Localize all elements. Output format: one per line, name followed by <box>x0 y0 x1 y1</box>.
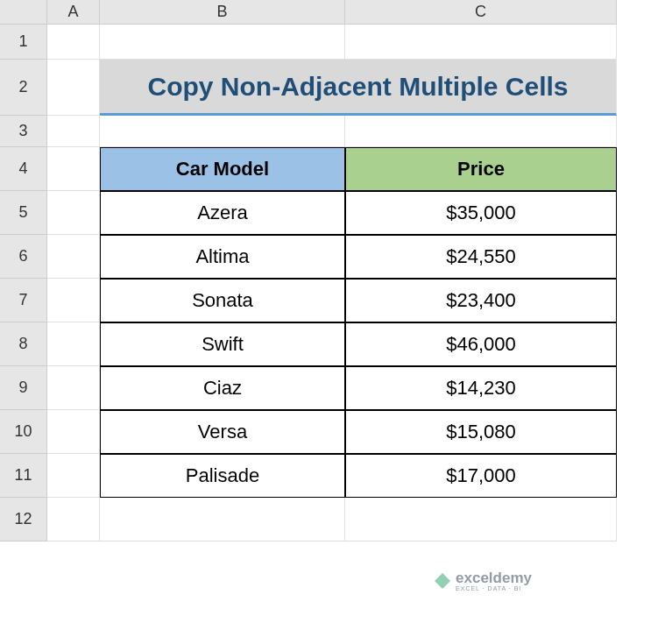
col-header-c[interactable]: C <box>345 0 617 25</box>
cell-a11[interactable] <box>47 454 100 498</box>
watermark-name: exceldemy <box>456 570 532 585</box>
cell-a7[interactable] <box>47 279 100 322</box>
cell-b3[interactable] <box>100 116 345 147</box>
row-header-2[interactable]: 2 <box>0 60 47 116</box>
row-header-12[interactable]: 12 <box>0 498 47 542</box>
cell-a2[interactable] <box>47 60 100 116</box>
row-header-3[interactable]: 3 <box>0 116 47 147</box>
cell-a6[interactable] <box>47 235 100 279</box>
cell-a8[interactable] <box>47 322 100 366</box>
watermark-tagline: EXCEL · DATA · BI <box>456 585 532 591</box>
row-header-5[interactable]: 5 <box>0 191 47 235</box>
table-header-price[interactable]: Price <box>345 147 617 191</box>
row-header-8[interactable]: 8 <box>0 322 47 366</box>
exceldemy-logo-icon <box>435 573 450 589</box>
table-row[interactable]: $23,400 <box>345 279 617 322</box>
col-header-b[interactable]: B <box>100 0 345 25</box>
cell-b1[interactable] <box>100 25 345 60</box>
table-row[interactable]: $17,000 <box>345 454 617 498</box>
cell-a3[interactable] <box>47 116 100 147</box>
cell-a1[interactable] <box>47 25 100 60</box>
cell-b12[interactable] <box>100 498 345 542</box>
table-header-model[interactable]: Car Model <box>100 147 345 191</box>
row-header-4[interactable]: 4 <box>0 147 47 191</box>
table-row[interactable]: Ciaz <box>100 366 345 410</box>
cell-a4[interactable] <box>47 147 100 191</box>
row-header-9[interactable]: 9 <box>0 366 47 410</box>
table-row[interactable]: Versa <box>100 410 345 454</box>
row-header-1[interactable]: 1 <box>0 25 47 60</box>
table-row[interactable]: Swift <box>100 322 345 366</box>
table-row[interactable]: $46,000 <box>345 322 617 366</box>
table-row[interactable]: $14,230 <box>345 366 617 410</box>
table-row[interactable]: Sonata <box>100 279 345 322</box>
cell-a12[interactable] <box>47 498 100 542</box>
table-row[interactable]: Azera <box>100 191 345 235</box>
cell-a5[interactable] <box>47 191 100 235</box>
row-header-11[interactable]: 11 <box>0 454 47 498</box>
spreadsheet-grid: A B C 1 2 Copy Non-Adjacent Multiple Cel… <box>0 0 672 542</box>
page-title[interactable]: Copy Non-Adjacent Multiple Cells <box>100 60 617 116</box>
table-row[interactable]: Palisade <box>100 454 345 498</box>
table-row[interactable]: Altima <box>100 235 345 279</box>
table-row[interactable]: $15,080 <box>345 410 617 454</box>
cell-c12[interactable] <box>345 498 617 542</box>
cell-c1[interactable] <box>345 25 617 60</box>
col-header-a[interactable]: A <box>47 0 100 25</box>
watermark-text-stack: exceldemy EXCEL · DATA · BI <box>456 570 532 591</box>
table-row[interactable]: $24,550 <box>345 235 617 279</box>
row-header-10[interactable]: 10 <box>0 410 47 454</box>
table-row[interactable]: $35,000 <box>345 191 617 235</box>
cell-a10[interactable] <box>47 410 100 454</box>
select-all-corner[interactable] <box>0 0 47 25</box>
watermark: exceldemy EXCEL · DATA · BI <box>435 570 532 591</box>
cell-c3[interactable] <box>345 116 617 147</box>
row-header-7[interactable]: 7 <box>0 279 47 322</box>
cell-a9[interactable] <box>47 366 100 410</box>
row-header-6[interactable]: 6 <box>0 235 47 279</box>
